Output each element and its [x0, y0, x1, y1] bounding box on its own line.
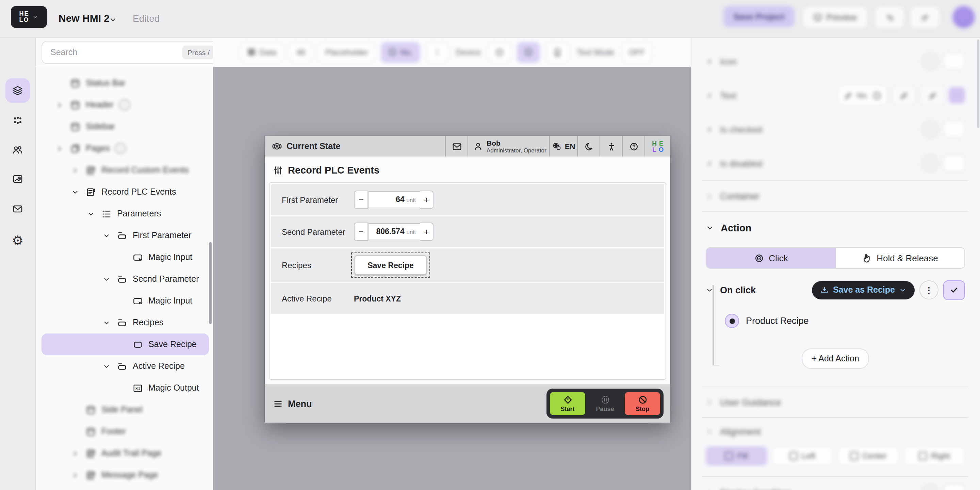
action-tab-click[interactable]: Click: [706, 248, 835, 268]
hmi-stop-button[interactable]: Stop: [625, 392, 660, 415]
stepper-value-field[interactable]: 64unit: [368, 191, 420, 208]
recipe-option-row[interactable]: Product Recipe: [706, 314, 965, 328]
stepper-minus-button[interactable]: −: [354, 191, 368, 209]
section-display-condition[interactable]: Display Condition: [706, 477, 965, 490]
chevron-down-icon[interactable]: [101, 230, 111, 241]
text-style-group[interactable]: No.: [838, 85, 888, 105]
toolbar-dots[interactable]: [426, 42, 449, 62]
search-input[interactable]: [49, 47, 183, 58]
rail-components-icon[interactable]: [5, 108, 30, 133]
tree-item-footer[interactable]: Footer: [41, 421, 209, 442]
add-action-button[interactable]: + Add Action: [801, 348, 869, 369]
hmi-start-button[interactable]: Start: [550, 392, 585, 415]
edit-button[interactable]: [891, 85, 916, 105]
toolbar-circ[interactable]: [488, 42, 511, 62]
property-toggle[interactable]: [943, 52, 965, 70]
alignment-right[interactable]: Right: [904, 447, 965, 466]
tree-item-sidebar[interactable]: Sidebar: [41, 116, 209, 137]
section-alignment[interactable]: Alignment: [706, 418, 965, 445]
condition-toggle[interactable]: [943, 484, 965, 490]
chevron-right-icon[interactable]: [54, 143, 65, 154]
chevron-down-icon[interactable]: [69, 186, 80, 197]
tree-item-first-parameter[interactable]: First Parameter: [41, 224, 209, 247]
chevron-right-icon[interactable]: [54, 99, 65, 110]
save-as-recipe-button[interactable]: Save as Recipe: [812, 281, 915, 299]
hmi-save-recipe-button[interactable]: Save Recipe: [355, 255, 427, 275]
avatar[interactable]: [952, 5, 975, 29]
chevron-right-icon[interactable]: [69, 448, 80, 459]
chevron-right-icon[interactable]: [69, 165, 80, 176]
tree-item-message-page[interactable]: Message Page: [41, 464, 209, 486]
rail-users-icon[interactable]: [5, 137, 30, 162]
hmi-pause-button[interactable]: Pause: [587, 392, 623, 415]
toolbar-boxsm[interactable]: [517, 42, 540, 62]
reset-toggle-icon[interactable]: [921, 484, 939, 490]
section-user-guidance[interactable]: User Guidance: [706, 387, 965, 417]
hmi-help-button[interactable]: [622, 136, 644, 156]
section-container[interactable]: Container: [706, 181, 965, 211]
hmi-dark-mode-button[interactable]: [577, 136, 600, 156]
chevron-down-icon[interactable]: [101, 361, 111, 372]
canvas-background[interactable]: Current State Bob Administrator, Operato…: [213, 67, 691, 490]
tree-item-parameters[interactable]: Parameters: [41, 203, 209, 224]
tree-item-audit-trail-page[interactable]: Audit Trail Page: [41, 442, 209, 464]
undo-button[interactable]: [875, 6, 904, 29]
tree-item-secnd-parameter[interactable]: Secnd Parameter: [41, 268, 209, 290]
property-row-text[interactable]: TextNo.: [706, 78, 965, 112]
property-row-icon[interactable]: Icon: [706, 44, 965, 78]
chevron-down-icon[interactable]: [101, 317, 111, 328]
rail-mail-icon[interactable]: [5, 197, 30, 221]
scrollbar-thumb[interactable]: [977, 40, 979, 128]
alignment-center[interactable]: Center: [838, 447, 899, 466]
action-options-button[interactable]: ⋮: [920, 280, 939, 299]
toolbar-phone[interactable]: [546, 42, 569, 62]
hmi-language-button[interactable]: EN: [549, 136, 577, 156]
save-project-button[interactable]: Save Project: [724, 6, 794, 27]
tree-item-record-plc-events[interactable]: Record PLC Events: [41, 181, 209, 203]
chevron-down-icon[interactable]: [109, 16, 117, 24]
property-toggle[interactable]: [943, 154, 965, 172]
tree-item-magic-output[interactable]: 83Magic Output: [41, 377, 209, 399]
alignment-left[interactable]: Left: [772, 447, 833, 466]
reset-toggle-icon[interactable]: [921, 52, 939, 70]
property-row-is-disabled[interactable]: Is disabled: [706, 146, 965, 180]
toolbar-data[interactable]: Data: [240, 42, 283, 62]
chevron-down-icon[interactable]: [85, 208, 96, 219]
stepper-plus-button[interactable]: +: [420, 191, 434, 209]
section-action[interactable]: Action: [706, 212, 965, 244]
search-box[interactable]: Press /: [41, 41, 214, 64]
binding-indicator[interactable]: [949, 87, 965, 103]
on-click-row[interactable]: On click Save as Recipe: [706, 280, 965, 300]
tree-item-magic-input[interactable]: Magic Input: [41, 247, 209, 268]
toolbar-placeholder[interactable]: Placeholder: [318, 42, 375, 62]
edit-button[interactable]: [920, 85, 945, 105]
redo-button[interactable]: [910, 6, 940, 29]
action-enabled-checkbox[interactable]: [943, 280, 965, 300]
tree-item-active-recipe[interactable]: Active Recipe: [41, 355, 209, 377]
chevron-right-icon[interactable]: [69, 469, 80, 480]
toolbar-no-[interactable]: No.: [381, 42, 420, 62]
reset-toggle-icon[interactable]: [921, 154, 939, 172]
hmi-user-button[interactable]: Bob Administrator, Operator: [468, 136, 549, 156]
tree-item-record-custom-events[interactable]: Record Custom Events: [41, 159, 209, 181]
stepper-value-field[interactable]: 806.574unit: [368, 223, 420, 240]
project-title[interactable]: New HMI 2: [59, 12, 110, 24]
hmi-messages-button[interactable]: [445, 136, 468, 156]
chevron-down-icon[interactable]: [101, 274, 111, 285]
reset-toggle-icon[interactable]: [921, 121, 939, 138]
rail-settings-icon[interactable]: ⚙: [5, 229, 30, 253]
tree-item-recipes[interactable]: Recipes: [41, 312, 209, 334]
rail-assets-icon[interactable]: [5, 167, 30, 191]
action-tab-hold-release[interactable]: Hold & Release: [835, 248, 964, 268]
toolbar-off[interactable]: OFF: [622, 42, 652, 62]
toolbar-46[interactable]: 46: [290, 42, 312, 62]
tree-item-header[interactable]: Headeri: [41, 94, 209, 116]
property-toggle[interactable]: [943, 121, 965, 138]
tree-item-status-bar[interactable]: Status Bar: [41, 72, 209, 94]
stepper-plus-button[interactable]: +: [420, 223, 434, 241]
preview-button[interactable]: Preview: [802, 6, 868, 29]
scrollbar-thumb[interactable]: [209, 242, 212, 324]
tree-item-side-panel[interactable]: Side Panel: [41, 399, 209, 421]
tree-item-save-recipe[interactable]: Save Recipe: [41, 334, 209, 355]
alignment-fill[interactable]: Fill: [706, 447, 767, 466]
